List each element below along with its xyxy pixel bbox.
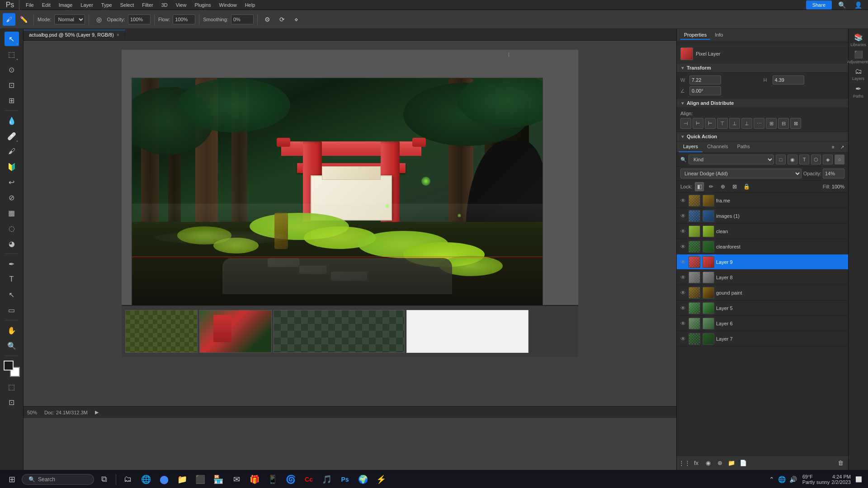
pen-tool[interactable]: ✒ (5, 257, 19, 271)
dodge-tool[interactable]: ◕ (5, 236, 19, 251)
smoothing-input[interactable] (231, 14, 254, 24)
network-icon[interactable]: 🌐 (778, 476, 786, 483)
taskbar-store[interactable]: 🏪 (210, 471, 226, 488)
menu-type[interactable]: Type (98, 1, 116, 9)
task-view-btn[interactable]: ⧉ (96, 471, 112, 488)
taskbar-edge[interactable]: 🌐 (138, 471, 154, 488)
libraries-panel-btn[interactable]: 📚 Libraries (850, 32, 867, 48)
layer-group-btn[interactable]: 📁 (726, 458, 736, 468)
align-left-btn[interactable]: ⊣ (680, 118, 691, 129)
taskbar-files[interactable]: 📁 (174, 471, 190, 488)
filter-pixel-btn[interactable]: □ (776, 155, 786, 164)
taskbar-chrome[interactable]: ⬤ (156, 471, 172, 488)
symmetry-btn[interactable]: ⋄ (290, 13, 303, 26)
taskbar-explorer[interactable]: 🗂 (120, 471, 136, 488)
align-top-btn[interactable]: ⊤ (717, 118, 728, 129)
layers-panel-menu[interactable]: ≡ (829, 143, 837, 151)
document-tab[interactable]: actualbg.psd @ 50% (Layer 9, RGB/8) × (24, 30, 125, 39)
app-icon[interactable]: Ps (4, 0, 16, 11)
share-button[interactable]: Share (806, 0, 832, 9)
kind-filter-select[interactable]: Kind Name Effect (689, 155, 774, 164)
layer-vis-layer6[interactable]: 👁 (679, 320, 687, 327)
align-center-h-btn[interactable]: ⊢ (693, 118, 703, 129)
align-section-header[interactable]: ▼ Align and Distribute (677, 99, 848, 108)
filter-shape-btn[interactable]: ⬡ (811, 155, 821, 164)
lasso-tool[interactable]: ⊙ (5, 62, 19, 77)
transform-section-header[interactable]: ▼ Transform (677, 63, 848, 73)
distribute-left-btn[interactable]: ⋯ (754, 118, 764, 129)
layers-tab[interactable]: Layers (679, 141, 703, 152)
taskbar-search-bar[interactable]: 🔍 Search (22, 474, 94, 485)
layer-item-frame[interactable]: 👁 fra.me (677, 193, 848, 208)
layers-panel-btn-far[interactable]: 🗂 Layers (850, 66, 867, 82)
taskbar-spotify[interactable]: 🎵 (319, 471, 335, 488)
layer-vis-layer7[interactable]: 👁 (679, 335, 687, 343)
layer-adjustment-btn[interactable]: ⊕ (715, 458, 725, 468)
thumbnail-1[interactable] (125, 310, 198, 353)
menu-3d[interactable]: 3D (158, 1, 171, 9)
opacity-input[interactable] (128, 14, 151, 24)
brush-tool[interactable]: 🖌 (5, 144, 19, 159)
lock-all-btn[interactable]: 🔒 (742, 182, 751, 191)
start-btn[interactable]: ⊞ (4, 471, 20, 488)
taskbar-browser3[interactable]: 🌍 (355, 471, 371, 488)
layer-item-groundpaint[interactable]: 👁 gound paint (677, 285, 848, 300)
tab-close-btn[interactable]: × (117, 33, 119, 38)
layer-new-btn[interactable]: 📄 (738, 458, 748, 468)
taskbar-photoshop[interactable]: Ps (337, 471, 353, 488)
distribute-spacing-btn[interactable]: ⊠ (790, 118, 801, 129)
system-tray-icon[interactable]: ⌃ (769, 476, 774, 483)
thumbnail-3[interactable] (274, 310, 405, 353)
filter-toggle-btn[interactable]: ○ (835, 155, 844, 164)
notification-btn[interactable]: ⬜ (853, 471, 864, 488)
width-input[interactable] (689, 75, 721, 84)
move-tool[interactable]: ↖▸ (5, 32, 19, 46)
layer-vis-layer9[interactable]: 👁 (679, 258, 687, 266)
layer-item-layer9[interactable]: 👁 Layer 9 (677, 254, 848, 270)
tool-preset-btn[interactable]: ✏️ (17, 13, 30, 26)
foreground-color[interactable] (4, 361, 14, 371)
marquee-tool[interactable]: ⬚▸ (5, 47, 19, 61)
menu-edit[interactable]: Edit (38, 1, 54, 9)
opacity-value-input[interactable] (823, 169, 844, 178)
layer-vis-frame[interactable]: 👁 (679, 197, 687, 204)
layer-item-cleanforest[interactable]: 👁 cleanforest (677, 239, 848, 254)
taskbar-app-extra[interactable]: ⚡ (373, 471, 389, 488)
gradient-tool[interactable]: ▦ (5, 206, 19, 220)
taskbar-browser2[interactable]: 🌀 (283, 471, 299, 488)
brush-tool-btn[interactable]: 🖌 (3, 13, 15, 26)
layer-item-layer5[interactable]: 👁 Layer 5 (677, 300, 848, 316)
taskbar-phone[interactable]: 📱 (264, 471, 281, 488)
menu-select[interactable]: Select (117, 1, 138, 9)
canvas-viewport[interactable] (24, 41, 676, 470)
distribute-right-btn[interactable]: ⊟ (778, 118, 789, 129)
align-right-btn[interactable]: ⊢ (705, 118, 716, 129)
menu-layer[interactable]: Layer (77, 1, 97, 9)
angle-input[interactable] (689, 86, 721, 95)
filter-adjust-btn[interactable]: ◉ (788, 155, 797, 164)
layer-vis-clean[interactable]: 👁 (679, 228, 687, 235)
menu-image[interactable]: Image (55, 1, 76, 9)
account-icon[interactable]: 👤 (852, 0, 864, 11)
stamp-tool[interactable]: 🔰 (5, 160, 19, 174)
menu-window[interactable]: Window (216, 1, 241, 9)
layer-item-layer8[interactable]: 👁 Layer 8 (677, 270, 848, 285)
layer-mask-btn[interactable]: ◉ (703, 458, 713, 468)
quick-actions-header[interactable]: ▼ Quick Action (677, 132, 848, 141)
channels-tab[interactable]: Channels (703, 141, 732, 152)
taskbar-clock[interactable]: 4:24 PM 2/2/2023 (831, 474, 851, 485)
blend-mode-select[interactable]: Linear Dodge (Add) Normal Multiply Scree… (680, 169, 802, 178)
menu-filter[interactable]: Filter (138, 1, 156, 9)
type-tool[interactable]: T (5, 272, 19, 286)
menu-view[interactable]: View (172, 1, 190, 9)
object-select-tool[interactable]: ⊡ (5, 78, 19, 92)
lock-position-btn[interactable]: ⊕ (718, 182, 727, 191)
zoom-tool[interactable]: 🔍 (5, 338, 19, 353)
mode-select[interactable]: Normal Multiply Screen (54, 14, 85, 24)
align-center-v-btn[interactable]: ⊥ (729, 118, 740, 129)
rectangle-tool[interactable]: ▭ (5, 303, 19, 317)
screen-mode-btn[interactable]: ⊡ (5, 395, 19, 409)
layer-item-clean[interactable]: 👁 clean (677, 224, 848, 239)
adjustments-panel-btn[interactable]: ⬛ Adjustments (850, 49, 867, 65)
align-bottom-btn[interactable]: ⊥ (741, 118, 752, 129)
